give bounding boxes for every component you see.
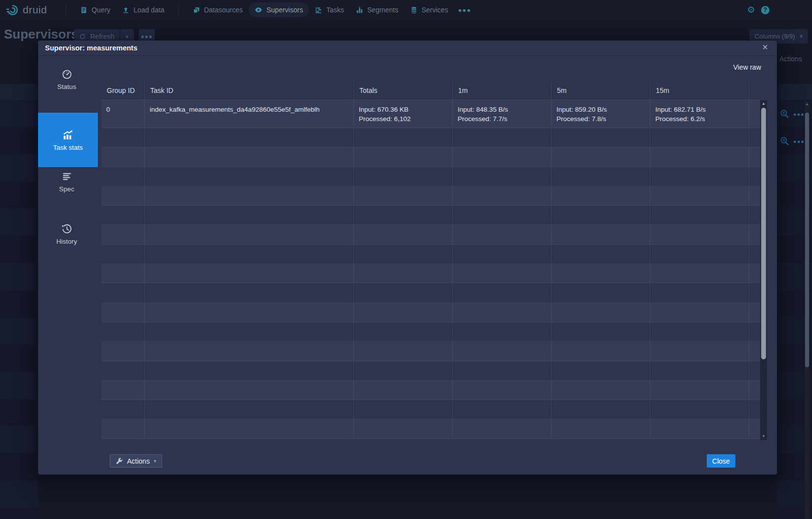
- background-table-left: [0, 100, 38, 519]
- empty-cell: [749, 322, 760, 342]
- tab-history[interactable]: History: [38, 224, 95, 245]
- table-row-empty: [101, 283, 760, 303]
- nav-item-supervisors[interactable]: Supervisors: [249, 2, 309, 17]
- actions-button[interactable]: Actions ▾: [110, 454, 162, 468]
- close-icon[interactable]: ×: [760, 42, 770, 53]
- empty-cell: [650, 206, 749, 225]
- nav-item-label: Load data: [133, 6, 164, 14]
- nav-item-label: Services: [422, 6, 448, 14]
- nav-item-label: Query: [91, 6, 110, 14]
- empty-cell: [552, 303, 650, 322]
- datasources-icon: [193, 6, 200, 14]
- view-raw-link[interactable]: View raw: [733, 63, 761, 71]
- column-header[interactable]: Group ID: [101, 81, 145, 100]
- cell-task-id: index_kafka_measurements_da4a92860e55e5f…: [145, 100, 354, 128]
- druid-logo[interactable]: druid: [6, 3, 47, 16]
- empty-cell: [101, 264, 145, 283]
- table-row: 0 index_kafka_measurements_da4a92860e55e…: [101, 100, 760, 128]
- column-header[interactable]: 1m: [453, 81, 552, 100]
- close-button[interactable]: Close: [707, 454, 735, 468]
- empty-cell: [145, 283, 354, 303]
- empty-cell: [145, 167, 354, 186]
- empty-cell: [354, 342, 453, 361]
- refresh-icon: [79, 33, 86, 40]
- column-header[interactable]: 5m: [552, 81, 650, 100]
- empty-cell: [145, 400, 354, 419]
- background-filter-row: [0, 84, 38, 100]
- empty-cell: [453, 303, 552, 322]
- empty-cell: [101, 381, 145, 400]
- column-header[interactable]: Task ID: [145, 81, 354, 100]
- m5-processed: Processed: 7.8/s: [556, 114, 646, 124]
- table-scrollbar-thumb[interactable]: [761, 108, 766, 359]
- row-more-icon[interactable]: ●●●: [793, 138, 805, 144]
- empty-cell: [749, 245, 760, 264]
- column-header[interactable]: 15m: [650, 81, 749, 100]
- gear-icon[interactable]: ⚙: [747, 5, 755, 14]
- empty-cell: [145, 245, 354, 264]
- nav-item-datasources[interactable]: Datasources: [187, 2, 249, 17]
- nav-item-services[interactable]: Services: [404, 2, 454, 17]
- empty-cell: [145, 322, 354, 342]
- tab-label: Task stats: [53, 144, 83, 151]
- magnifier-icon[interactable]: [780, 109, 789, 119]
- help-icon[interactable]: ?: [761, 6, 769, 14]
- empty-cell: [552, 283, 650, 303]
- dialog-title: Supervisor: measurements: [45, 41, 137, 56]
- empty-cell: [354, 245, 453, 264]
- page-title: Supervisors: [4, 27, 78, 42]
- table-header-row: Group ID Task ID Totals 1m 5m 15m: [101, 81, 760, 100]
- empty-cell: [145, 225, 354, 244]
- empty-cell: [650, 381, 749, 400]
- task-stats-table-body: 0 index_kafka_measurements_da4a92860e55e…: [101, 100, 760, 439]
- empty-cell: [749, 400, 760, 419]
- empty-cell: [650, 128, 749, 147]
- page-scrollbar-thumb[interactable]: [805, 113, 809, 367]
- m1-processed: Processed: 7.7/s: [458, 114, 547, 124]
- nav-item-load-data[interactable]: Load data: [116, 2, 170, 17]
- eye-icon: [255, 6, 262, 14]
- empty-cell: [354, 400, 453, 419]
- empty-cell: [749, 303, 760, 322]
- caret-down-icon: ▾: [154, 458, 156, 464]
- empty-cell: [552, 419, 650, 438]
- nav-more-button[interactable]: ●●●: [454, 3, 475, 17]
- m15-input: Input: 682.71 B/s: [655, 105, 745, 114]
- table-row-empty: [101, 342, 760, 361]
- logo-wordmark: druid: [23, 4, 47, 16]
- empty-cell: [650, 186, 749, 206]
- empty-cell: [749, 128, 760, 147]
- scroll-down-icon[interactable]: ▼: [760, 433, 767, 440]
- magnifier-icon[interactable]: [780, 136, 789, 146]
- empty-cell: [650, 147, 749, 167]
- task-stats-table: Group ID Task ID Totals 1m 5m 15m 0 inde…: [101, 81, 769, 440]
- empty-cell: [453, 419, 552, 438]
- nav-item-query[interactable]: Query: [74, 2, 116, 17]
- table-scrollbar[interactable]: ▲ ▼: [760, 100, 767, 440]
- column-header[interactable]: Totals: [354, 81, 453, 100]
- empty-cell: [552, 322, 650, 342]
- nav-item-label: Supervisors: [266, 6, 303, 14]
- empty-cell: [145, 342, 354, 361]
- tab-task-stats[interactable]: Task stats: [38, 113, 98, 167]
- nav-item-segments[interactable]: Segments: [350, 2, 404, 17]
- empty-cell: [101, 342, 145, 361]
- empty-cell: [650, 167, 749, 186]
- scroll-up-icon[interactable]: ▲: [805, 101, 810, 107]
- table-row-empty: [101, 322, 760, 342]
- empty-cell: [101, 419, 145, 438]
- caret-down-icon: ▾: [800, 33, 803, 40]
- empty-cell: [354, 303, 453, 322]
- nav-item-tasks[interactable]: Tasks: [309, 2, 350, 17]
- tab-status[interactable]: Status: [38, 69, 95, 90]
- druid-logo-icon: [6, 3, 19, 16]
- empty-cell: [101, 245, 145, 264]
- page-scrollbar[interactable]: ▲: [805, 101, 810, 519]
- scroll-up-icon[interactable]: ▲: [760, 100, 767, 107]
- empty-cell: [453, 264, 552, 283]
- row-more-icon[interactable]: ●●●: [793, 111, 805, 117]
- table-row-empty: [101, 225, 760, 244]
- empty-cell: [101, 128, 145, 147]
- empty-cell: [650, 419, 749, 438]
- tab-spec[interactable]: Spec: [38, 172, 95, 193]
